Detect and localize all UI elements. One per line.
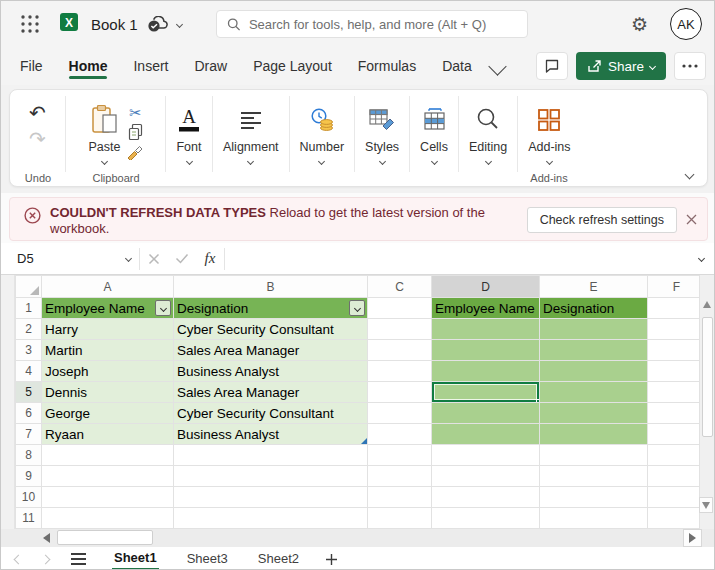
cell-E6[interactable] bbox=[540, 403, 648, 424]
menu-tab-home[interactable]: Home bbox=[56, 50, 121, 83]
row-header-7[interactable]: 7 bbox=[16, 424, 42, 445]
menu-tab-formulas[interactable]: Formulas bbox=[345, 50, 429, 83]
account-avatar[interactable]: AK bbox=[670, 8, 702, 40]
cell-B5[interactable]: Sales Area Manager bbox=[174, 382, 368, 403]
document-title[interactable]: Book 1 bbox=[91, 16, 138, 33]
cell-D6[interactable] bbox=[432, 403, 540, 424]
row-header-10[interactable]: 10 bbox=[16, 487, 42, 508]
cell-B11[interactable] bbox=[174, 508, 368, 529]
cell-E5[interactable] bbox=[540, 382, 648, 403]
cell-B1[interactable]: Designation bbox=[174, 298, 368, 319]
name-box[interactable]: D5 bbox=[13, 247, 139, 271]
cell-E9[interactable] bbox=[540, 466, 648, 487]
search-box[interactable] bbox=[216, 10, 528, 38]
cell-E1[interactable]: Designation bbox=[540, 298, 648, 319]
settings-gear-icon[interactable]: ⚙ bbox=[631, 13, 648, 35]
cell-A7[interactable]: Ryaan bbox=[42, 424, 174, 445]
share-button[interactable]: Share bbox=[576, 52, 666, 80]
undo-button[interactable]: ↶ bbox=[29, 102, 46, 124]
filter-button-B1[interactable] bbox=[349, 300, 365, 316]
formula-bar-expand-icon[interactable] bbox=[698, 255, 705, 262]
cell-A11[interactable] bbox=[42, 508, 174, 529]
cell-A2[interactable]: Harry bbox=[42, 319, 174, 340]
cell-A5[interactable]: Dennis bbox=[42, 382, 174, 403]
cell-B2[interactable]: Cyber Security Consultant bbox=[174, 319, 368, 340]
cell-D1[interactable]: Employee Name bbox=[432, 298, 540, 319]
cell-F9[interactable] bbox=[648, 466, 706, 487]
menu-tab-data[interactable]: Data bbox=[429, 50, 485, 83]
menu-tab-draw[interactable]: Draw bbox=[181, 50, 240, 83]
cell-B6[interactable]: Cyber Security Consultant bbox=[174, 403, 368, 424]
cell-E11[interactable] bbox=[540, 508, 648, 529]
cell-C9[interactable] bbox=[368, 466, 432, 487]
search-input[interactable] bbox=[249, 17, 517, 32]
more-options-button[interactable] bbox=[674, 52, 706, 80]
cell-D7[interactable] bbox=[432, 424, 540, 445]
cell-F6[interactable] bbox=[648, 403, 706, 424]
confirm-entry-button[interactable] bbox=[168, 247, 196, 271]
ribbon-editing-button[interactable]: Editing bbox=[459, 96, 517, 164]
cell-C6[interactable] bbox=[368, 403, 432, 424]
cell-E3[interactable] bbox=[540, 340, 648, 361]
cell-C8[interactable] bbox=[368, 445, 432, 466]
cell-F7[interactable] bbox=[648, 424, 706, 445]
ribbon-styles-button[interactable]: Styles bbox=[355, 96, 409, 164]
message-close-button[interactable] bbox=[681, 209, 701, 229]
menu-tab-insert[interactable]: Insert bbox=[120, 50, 181, 83]
cell-A1[interactable]: Employee Name bbox=[42, 298, 174, 319]
cell-C2[interactable] bbox=[368, 319, 432, 340]
vertical-scrollbar[interactable] bbox=[699, 275, 714, 529]
col-header-D[interactable]: D bbox=[432, 276, 540, 298]
col-header-B[interactable]: B bbox=[174, 276, 368, 298]
cell-F2[interactable] bbox=[648, 319, 706, 340]
select-all-corner[interactable] bbox=[16, 276, 42, 298]
row-header-6[interactable]: 6 bbox=[16, 403, 42, 424]
cell-E10[interactable] bbox=[540, 487, 648, 508]
insert-function-button[interactable]: fx bbox=[196, 247, 224, 271]
cell-F5[interactable] bbox=[648, 382, 706, 403]
fill-handle[interactable] bbox=[536, 399, 540, 403]
previous-sheet-icon[interactable] bbox=[14, 554, 24, 564]
col-header-A[interactable]: A bbox=[42, 276, 174, 298]
app-launcher-icon[interactable] bbox=[17, 11, 43, 37]
cell-F10[interactable] bbox=[648, 487, 706, 508]
cell-C5[interactable] bbox=[368, 382, 432, 403]
cell-D10[interactable] bbox=[432, 487, 540, 508]
cell-C4[interactable] bbox=[368, 361, 432, 382]
cell-A3[interactable]: Martin bbox=[42, 340, 174, 361]
cell-D9[interactable] bbox=[432, 466, 540, 487]
scroll-down-button[interactable] bbox=[699, 497, 713, 513]
cell-B7[interactable]: Business Analyst bbox=[174, 424, 368, 445]
sheet-tab-sheet3[interactable]: Sheet3 bbox=[185, 549, 230, 569]
cell-C1[interactable] bbox=[368, 298, 432, 319]
cell-A9[interactable] bbox=[42, 466, 174, 487]
vertical-scroll-thumb[interactable] bbox=[702, 317, 713, 437]
scroll-left-arrow-icon[interactable] bbox=[43, 533, 50, 543]
redo-button[interactable]: ↷ bbox=[29, 128, 46, 150]
cell-F4[interactable] bbox=[648, 361, 706, 382]
cell-F11[interactable] bbox=[648, 508, 706, 529]
cell-C3[interactable] bbox=[368, 340, 432, 361]
comments-button[interactable] bbox=[536, 52, 568, 80]
ribbon-number-button[interactable]: Number bbox=[290, 96, 354, 164]
ribbon-cells-button[interactable]: Cells bbox=[410, 96, 458, 164]
cell-D3[interactable] bbox=[432, 340, 540, 361]
cell-C11[interactable] bbox=[368, 508, 432, 529]
cancel-entry-button[interactable] bbox=[140, 247, 168, 271]
row-header-4[interactable]: 4 bbox=[16, 361, 42, 382]
cell-E2[interactable] bbox=[540, 319, 648, 340]
cell-A4[interactable]: Joseph bbox=[42, 361, 174, 382]
cell-A8[interactable] bbox=[42, 445, 174, 466]
formula-input[interactable] bbox=[225, 243, 699, 274]
table-resize-handle[interactable] bbox=[361, 438, 367, 444]
menu-overflow-chevron-icon[interactable] bbox=[488, 57, 506, 75]
menu-tab-file[interactable]: File bbox=[7, 50, 56, 83]
cell-B10[interactable] bbox=[174, 487, 368, 508]
col-header-E[interactable]: E bbox=[540, 276, 648, 298]
cell-D8[interactable] bbox=[432, 445, 540, 466]
cell-D5[interactable] bbox=[432, 382, 540, 403]
cell-B8[interactable] bbox=[174, 445, 368, 466]
cell-C7[interactable] bbox=[368, 424, 432, 445]
cut-button[interactable]: ✂ bbox=[124, 104, 146, 123]
scroll-up-arrow-icon[interactable] bbox=[703, 301, 711, 308]
